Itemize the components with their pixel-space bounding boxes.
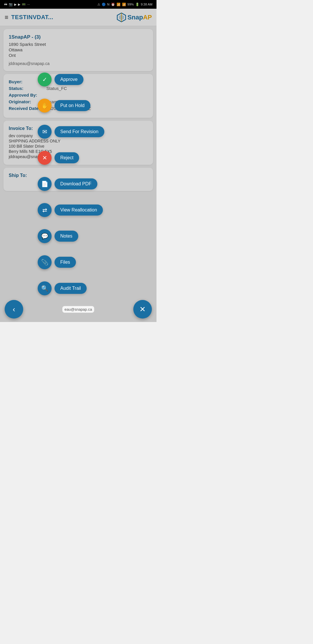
invoice-address-type: SHIPPING ADDRESS ONLY: [9, 139, 148, 143]
page-title: TESTINVDAT...: [11, 14, 113, 21]
address-line2: Ottawa: [9, 47, 148, 52]
fab-item-notes[interactable]: 💬Notes: [38, 229, 78, 243]
status-right-icons: ⚠ 🔵 N ⏰ 📶 📶 99% 🔋 9:38 AM: [97, 3, 152, 6]
status-left-icons: 🕶 📷 ▶ ▶ 📟 ···: [4, 3, 30, 6]
fab-item-put-on-hold[interactable]: ✋Put on Hold: [38, 99, 90, 113]
fab-label-files[interactable]: Files: [54, 257, 76, 268]
icon-glasses: 🕶: [4, 3, 7, 6]
icon-camera: 📷: [9, 3, 13, 6]
fab-circle-approve[interactable]: ✓: [38, 73, 52, 86]
icon-pager: 📟: [22, 3, 26, 6]
approved-by-row: Approved By:: [9, 93, 148, 97]
top-bar: ≡ TESTINVDAT... SnapAP: [0, 9, 156, 26]
fab-circle-files[interactable]: 📎: [38, 255, 52, 269]
fab-circle-download-pdf[interactable]: 📄: [38, 177, 52, 191]
close-button[interactable]: ✕: [133, 300, 152, 319]
icon-bluetooth: 🔵: [102, 3, 106, 6]
icon-clock: ⏰: [111, 3, 115, 6]
approved-by-label: Approved By:: [9, 93, 46, 97]
status-value: Status_FC: [46, 86, 148, 91]
vendor-card: 1SnapAP - (3) 1890 Sparks Street Ottawa …: [3, 29, 153, 71]
icon-more: ···: [27, 3, 30, 6]
fab-circle-audit-trail[interactable]: 🔍: [38, 281, 52, 295]
fab-item-approve[interactable]: ✓Approve: [38, 73, 83, 86]
vendor-email: jddrapeau@snapap.ca: [9, 61, 148, 66]
status-label: Status:: [9, 86, 46, 91]
time-display: 9:38 AM: [141, 3, 152, 6]
status-bar: 🕶 📷 ▶ ▶ 📟 ··· ⚠ 🔵 N ⏰ 📶 📶 99% 🔋 9:38 AM: [0, 0, 156, 9]
fab-circle-view-reallocation[interactable]: ⇄: [38, 203, 52, 217]
icon-play2: ▶: [18, 3, 20, 6]
icon-wifi: 📶: [117, 3, 121, 6]
fab-circle-put-on-hold[interactable]: ✋: [38, 99, 52, 113]
address-line1: 1890 Sparks Street: [9, 42, 148, 47]
fab-circle-reject[interactable]: ✕: [38, 151, 52, 165]
logo-ap-text: AP: [143, 14, 152, 21]
icon-play1: ▶: [14, 3, 17, 6]
back-icon: ‹: [13, 305, 15, 314]
menu-button[interactable]: ≡: [5, 14, 8, 21]
fab-item-download-pdf[interactable]: 📄Download PDF: [38, 177, 97, 191]
fab-label-put-on-hold[interactable]: Put on Hold: [54, 100, 90, 111]
company-name: 1SnapAP - (3): [9, 34, 148, 40]
fab-label-view-reallocation[interactable]: View Reallocation: [54, 205, 103, 216]
logo-snap-text: Snap: [128, 14, 143, 21]
fab-item-send-for-revision[interactable]: ✉Send For Revision: [38, 125, 104, 139]
fab-item-files[interactable]: 📎Files: [38, 255, 76, 269]
fab-circle-notes[interactable]: 💬: [38, 229, 52, 243]
fab-label-approve[interactable]: Approve: [54, 74, 83, 85]
fab-label-reject[interactable]: Reject: [54, 152, 79, 163]
battery-level: 99%: [128, 3, 134, 6]
fab-label-send-for-revision[interactable]: Send For Revision: [54, 126, 104, 137]
brand-logo: SnapAP: [116, 12, 152, 23]
icon-alert: ⚠: [97, 3, 100, 6]
bottom-navigation: ‹ eau@snapap.ca ✕: [0, 296, 156, 322]
fab-circle-send-for-revision[interactable]: ✉: [38, 125, 52, 139]
fab-item-view-reallocation[interactable]: ⇄View Reallocation: [38, 203, 103, 217]
fab-label-audit-trail[interactable]: Audit Trail: [54, 283, 87, 294]
fab-label-notes[interactable]: Notes: [54, 231, 78, 242]
status-row: Status: Status_FC: [9, 86, 148, 91]
fab-item-audit-trail[interactable]: 🔍Audit Trail: [38, 281, 87, 295]
icon-signal: 📶: [122, 3, 126, 6]
icon-battery: 🔋: [135, 3, 139, 6]
icon-nfc: N: [107, 3, 110, 6]
invoice-street: 100 Bill Slater Drive: [9, 144, 148, 149]
fab-label-download-pdf[interactable]: Download PDF: [54, 178, 97, 189]
fab-item-reject[interactable]: ✕Reject: [38, 151, 79, 165]
email-preview: eau@snapap.ca: [62, 306, 94, 313]
address-line3: Ont: [9, 53, 148, 58]
close-icon: ✕: [139, 305, 146, 314]
back-button[interactable]: ‹: [5, 300, 23, 319]
logo-icon: [116, 12, 127, 23]
